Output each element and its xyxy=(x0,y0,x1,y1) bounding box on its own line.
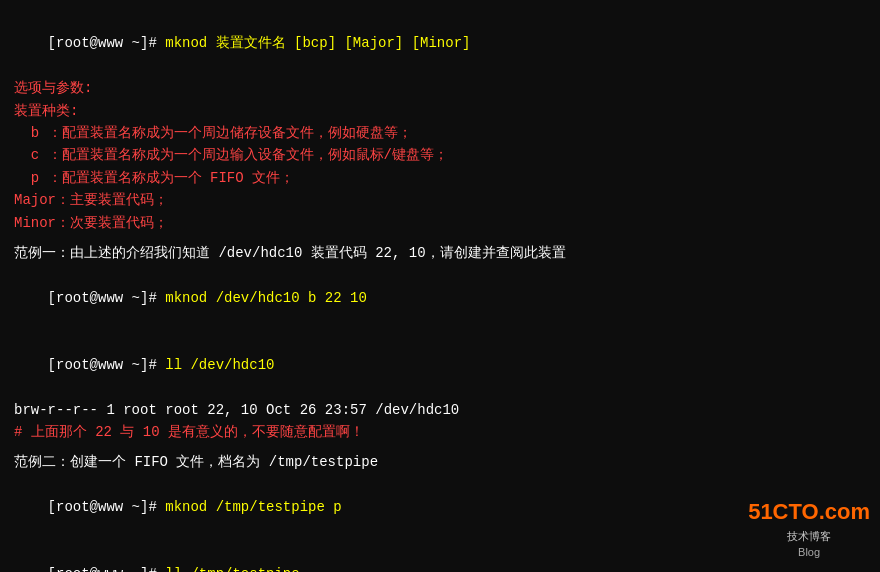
line-1: [root@www ~]# mknod 装置文件名 [bcp] [Major] … xyxy=(14,10,866,77)
terminal-window: [root@www ~]# mknod 装置文件名 [bcp] [Major] … xyxy=(0,0,880,572)
line-7-major: Major：主要装置代码； xyxy=(14,189,866,211)
line-11-cmd: mknod /dev/hdc10 b 22 10 xyxy=(165,290,367,306)
line-5-param-c: c ：配置装置名称成为一个周边输入设备文件，例如鼠标/键盘等； xyxy=(14,144,866,166)
logo-watermark: 51CTO.com 技术博客 Blog xyxy=(748,494,870,562)
logo-subtitle: 技术博客 xyxy=(748,529,870,544)
line-17: [root@www ~]# mknod /tmp/testpipe p xyxy=(14,474,866,541)
line-13-output: brw-r--r-- 1 root root 22, 10 Oct 26 23:… xyxy=(14,399,866,421)
line-6-param-p: p ：配置装置名称成为一个 FIFO 文件； xyxy=(14,167,866,189)
line-3: 装置种类: xyxy=(14,100,866,122)
line-18-cmd: ll /tmp/testpipe xyxy=(165,566,299,572)
line-11-prompt: [root@www ~]# xyxy=(48,290,166,306)
logo-brand: 51CTO.com xyxy=(748,494,870,529)
blank-1 xyxy=(14,234,866,242)
line-11: [root@www ~]# mknod /dev/hdc10 b 22 10 xyxy=(14,264,866,331)
line-12: [root@www ~]# ll /dev/hdc10 xyxy=(14,331,866,398)
line-16-ex2-header: 范例二：创建一个 FIFO 文件，档名为 /tmp/testpipe xyxy=(14,451,866,473)
line-18: [root@www ~]# ll /tmp/testpipe xyxy=(14,541,866,572)
line-12-cmd: ll /dev/hdc10 xyxy=(165,357,274,373)
line-12-prompt: [root@www ~]# xyxy=(48,357,166,373)
line-18-prompt: [root@www ~]# xyxy=(48,566,166,572)
line-14-comment: # 上面那个 22 与 10 是有意义的，不要随意配置啊！ xyxy=(14,421,866,443)
line-4-param-b: b ：配置装置名称成为一个周边储存设备文件，例如硬盘等； xyxy=(14,122,866,144)
line-8-minor: Minor：次要装置代码； xyxy=(14,212,866,234)
line-17-prompt: [root@www ~]# xyxy=(48,499,166,515)
logo-blog: Blog xyxy=(748,544,870,562)
blank-2 xyxy=(14,443,866,451)
line-1-cmd: mknod 装置文件名 [bcp] [Major] [Minor] xyxy=(165,35,470,51)
line-17-cmd: mknod /tmp/testpipe p xyxy=(165,499,341,515)
line-10-ex1-header: 范例一：由上述的介绍我们知道 /dev/hdc10 装置代码 22, 10，请创… xyxy=(14,242,866,264)
line-2: 选项与参数: xyxy=(14,77,866,99)
line-1-prompt: [root@www ~]# xyxy=(48,35,166,51)
